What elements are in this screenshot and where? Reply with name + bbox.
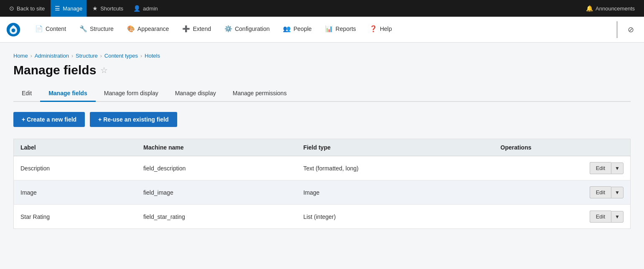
field-type-star-rating: List (integer)	[297, 205, 494, 229]
appearance-icon: 🎨	[127, 25, 135, 33]
edit-image-dropdown-button[interactable]: ▼	[611, 187, 624, 198]
search-toggle-button[interactable]: ⊘	[622, 21, 639, 38]
breadcrumb-home[interactable]: Home	[13, 53, 28, 59]
drupal-logo[interactable]	[5, 21, 22, 38]
field-ops-star-rating: Edit ▼	[494, 205, 631, 229]
table-row: Description field_description Text (form…	[14, 156, 631, 180]
shortcuts-button[interactable]: ★ Shortcuts	[88, 0, 127, 17]
fields-table: Label Machine name Field type Operations…	[13, 139, 631, 229]
col-machine-name: Machine name	[137, 139, 297, 156]
nav-content[interactable]: 📄 Content	[28, 17, 73, 43]
breadcrumb-sep-2: ›	[71, 53, 73, 59]
table-header-row: Label Machine name Field type Operations	[14, 139, 631, 156]
main-content: Home › Administration › Structure › Cont…	[0, 43, 644, 269]
table-row: Image field_image Image Edit ▼	[14, 180, 631, 205]
nav-bar: 📄 Content 🔧 Structure 🎨 Appearance ➕ Ext…	[0, 17, 644, 43]
field-ops-description: Edit ▼	[494, 156, 631, 180]
field-label-description: Description	[14, 156, 137, 180]
tab-edit[interactable]: Edit	[13, 86, 40, 102]
field-machine-name-star-rating: field_star_rating	[137, 205, 297, 229]
nav-divider	[617, 21, 617, 38]
page-title-area: Manage fields ☆	[13, 63, 631, 77]
ops-cell-star-rating: Edit ▼	[501, 211, 624, 223]
tab-manage-form-display[interactable]: Manage form display	[96, 86, 167, 102]
breadcrumb-content-types[interactable]: Content types	[104, 53, 138, 59]
help-icon: ❓	[369, 25, 377, 33]
col-field-type: Field type	[297, 139, 494, 156]
admin-bar: ⊙ Back to site ☰ Manage ★ Shortcuts 👤 ad…	[0, 0, 644, 17]
edit-star-rating-button[interactable]: Edit	[590, 211, 611, 223]
field-type-image: Image	[297, 180, 494, 205]
reports-icon: 📊	[325, 25, 333, 33]
breadcrumb-sep-4: ›	[140, 53, 142, 59]
nav-configuration[interactable]: ⚙️ Configuration	[218, 17, 276, 43]
breadcrumb-administration[interactable]: Administration	[35, 53, 69, 59]
tab-manage-display[interactable]: Manage display	[167, 86, 224, 102]
menu-icon: ☰	[55, 5, 60, 12]
field-machine-name-description: field_description	[137, 156, 297, 180]
bookmark-icon[interactable]: ☆	[100, 65, 108, 75]
nav-help[interactable]: ❓ Help	[363, 17, 399, 43]
breadcrumb: Home › Administration › Structure › Cont…	[13, 53, 631, 59]
breadcrumb-structure[interactable]: Structure	[76, 53, 98, 59]
reuse-existing-field-button[interactable]: + Re-use an existing field	[90, 112, 177, 127]
tabs: Edit Manage fields Manage form display M…	[13, 86, 631, 102]
edit-description-dropdown-button[interactable]: ▼	[611, 162, 624, 174]
table-row: Star Rating field_star_rating List (inte…	[14, 205, 631, 229]
field-ops-image: Edit ▼	[494, 180, 631, 205]
field-label-star-rating: Star Rating	[14, 205, 137, 229]
back-to-site-button[interactable]: ⊙ Back to site	[5, 0, 49, 17]
edit-description-button[interactable]: Edit	[590, 162, 611, 174]
action-buttons: + Create a new field + Re-use an existin…	[13, 112, 631, 127]
nav-reports[interactable]: 📊 Reports	[318, 17, 363, 43]
nav-extend[interactable]: ➕ Extend	[176, 17, 218, 43]
field-type-description: Text (formatted, long)	[297, 156, 494, 180]
nav-people[interactable]: 👥 People	[276, 17, 318, 43]
nav-bar-right: ⊘	[615, 21, 639, 38]
breadcrumb-sep-1: ›	[31, 53, 32, 59]
extend-icon: ➕	[182, 25, 190, 33]
admin-bar-right: 🔔 Announcements	[582, 0, 639, 17]
announcements-button[interactable]: 🔔 Announcements	[582, 0, 639, 17]
field-machine-name-image: field_image	[137, 180, 297, 205]
ops-cell-image: Edit ▼	[501, 186, 624, 198]
admin-user-button[interactable]: 👤 admin	[129, 0, 162, 17]
col-label: Label	[14, 139, 137, 156]
nav-structure[interactable]: 🔧 Structure	[73, 17, 120, 43]
bell-icon: 🔔	[586, 5, 593, 12]
create-new-field-button[interactable]: + Create a new field	[13, 112, 85, 127]
tab-manage-fields[interactable]: Manage fields	[40, 86, 96, 102]
manage-button[interactable]: ☰ Manage	[51, 0, 87, 17]
drupal-icon: ⊙	[9, 5, 14, 12]
breadcrumb-sep-3: ›	[100, 53, 102, 59]
configuration-icon: ⚙️	[224, 25, 232, 33]
edit-star-rating-dropdown-button[interactable]: ▼	[611, 211, 624, 223]
content-icon: 📄	[35, 25, 43, 33]
svg-point-1	[12, 28, 15, 32]
tab-manage-permissions[interactable]: Manage permissions	[224, 86, 295, 102]
structure-icon: 🔧	[79, 25, 87, 33]
people-icon: 👥	[283, 25, 291, 33]
ops-cell-description: Edit ▼	[501, 162, 624, 174]
nav-appearance[interactable]: 🎨 Appearance	[120, 17, 176, 43]
user-icon: 👤	[133, 5, 140, 12]
page-title: Manage fields	[13, 63, 96, 77]
star-icon: ★	[92, 5, 98, 12]
breadcrumb-hotels[interactable]: Hotels	[145, 53, 160, 59]
col-operations: Operations	[494, 139, 631, 156]
edit-image-button[interactable]: Edit	[590, 186, 611, 198]
field-label-image: Image	[14, 180, 137, 205]
